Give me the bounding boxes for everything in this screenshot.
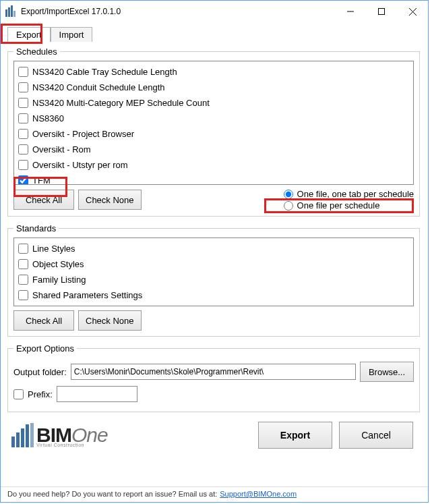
tabstrip: ExportImport (7, 26, 421, 43)
group-export-options: Export Options Output folder: Browse... … (7, 343, 420, 412)
tab-import[interactable]: Import (51, 27, 93, 42)
schedule-item-row[interactable]: NS3420 Multi-Category MEP Schedule Count (18, 95, 409, 111)
standard-item-row[interactable]: Object Styles (18, 256, 409, 272)
group-schedules: Schedules NS3420 Cable Tray Schedule Len… (7, 47, 420, 217)
schedule-item-row[interactable]: Oversikt - Utstyr per rom (18, 157, 409, 173)
schedule-item-label: TFM (32, 175, 51, 185)
standard-item-label: Line Styles (32, 244, 75, 254)
titlebar: Export/ImportExcel 17.0.1.0 (1, 1, 428, 22)
schedule-item-checkbox[interactable] (18, 67, 28, 77)
schedule-item-label: NS3420 Conduit Schedule Length (32, 82, 165, 92)
group-export-options-legend: Export Options (13, 343, 77, 354)
radio-one-file-one-tab[interactable]: One file, one tab per schedule (284, 189, 414, 199)
prefix-input[interactable] (57, 386, 137, 402)
helpbar: Do you need help? Do you want to report … (1, 486, 428, 502)
group-schedules-legend: Schedules (13, 47, 60, 57)
standard-item-checkbox[interactable] (18, 259, 28, 269)
footer-bar: BIMOne Virtual Construction Export Cance… (6, 415, 421, 455)
schedule-item-label: Oversikt - Project Browser (32, 129, 134, 139)
listbox-schedules[interactable]: NS3420 Cable Tray Schedule LengthNS3420 … (13, 61, 414, 185)
prefix-label: Prefix: (28, 389, 53, 399)
schedule-item-checkbox[interactable] (18, 82, 28, 92)
minimize-button[interactable] (335, 1, 366, 22)
schedule-item-checkbox[interactable] (18, 129, 28, 139)
schedule-item-label: NS3420 Multi-Category MEP Schedule Count (32, 98, 210, 108)
schedule-item-label: Oversikt - Rom (32, 144, 91, 155)
schedule-item-checkbox[interactable] (18, 98, 28, 108)
radio-one-file-per-schedule[interactable]: One file per schedule (284, 200, 414, 211)
svg-rect-2 (11, 5, 13, 17)
schedule-item-label: Oversikt - Utstyr per rom (32, 160, 128, 170)
svg-rect-5 (379, 9, 385, 15)
schedule-item-row[interactable]: Oversikt - Rom (18, 142, 409, 157)
prefix-checkbox[interactable] (13, 389, 24, 399)
group-standards-legend: Standards (13, 223, 59, 233)
svg-rect-3 (13, 11, 16, 17)
schedule-item-checkbox[interactable] (18, 144, 28, 155)
window-title: Export/ImportExcel 17.0.1.0 (21, 7, 335, 16)
cancel-button[interactable]: Cancel (339, 422, 413, 449)
helpbar-text: Do you need help? Do you want to report … (7, 490, 217, 498)
schedule-item-row[interactable]: NS8360 (18, 111, 409, 126)
group-standards: Standards Line StylesObject StylesFamily… (7, 223, 420, 337)
schedule-item-row[interactable]: TFM (18, 173, 409, 185)
browse-button[interactable]: Browse... (360, 362, 414, 382)
schedule-item-checkbox[interactable] (18, 175, 28, 185)
tab-export[interactable]: Export (7, 27, 51, 42)
standard-item-label: Shared Parameters Settings (32, 290, 142, 300)
schedules-check-none-button[interactable]: Check None (78, 190, 142, 210)
standard-item-checkbox[interactable] (18, 290, 28, 300)
standard-item-row[interactable]: Shared Parameters Settings (18, 287, 409, 303)
output-folder-label: Output folder: (13, 367, 67, 377)
standards-check-all-button[interactable]: Check All (13, 310, 74, 331)
schedule-item-row[interactable]: Oversikt - Project Browser (18, 126, 409, 142)
schedule-item-label: NS3420 Cable Tray Schedule Length (32, 67, 177, 77)
svg-rect-0 (5, 9, 7, 17)
schedules-check-all-button[interactable]: Check All (13, 190, 74, 210)
close-button[interactable] (397, 1, 428, 22)
standard-item-label: Family Listing (32, 275, 86, 285)
schedule-item-row[interactable]: NS3420 Cable Tray Schedule Length (18, 64, 409, 80)
standard-item-checkbox[interactable] (18, 275, 28, 285)
maximize-button[interactable] (366, 1, 397, 22)
radio-one-file-one-tab-label: One file, one tab per schedule (297, 189, 414, 199)
bimone-logo: BIMOne Virtual Construction (11, 423, 108, 447)
schedule-item-row[interactable]: NS3420 Conduit Schedule Length (18, 80, 409, 95)
standard-item-row[interactable]: Family Listing (18, 272, 409, 287)
standard-item-checkbox[interactable] (18, 244, 28, 254)
window-frame: Export/ImportExcel 17.0.1.0 ExportImport… (0, 0, 429, 503)
app-icon (5, 5, 17, 18)
schedule-item-checkbox[interactable] (18, 160, 28, 170)
standard-item-label: Object Styles (32, 259, 84, 269)
svg-rect-1 (8, 7, 10, 17)
schedule-item-label: NS8360 (32, 113, 64, 123)
helpbar-link[interactable]: Support@BIMOne.com (220, 490, 297, 498)
schedule-item-checkbox[interactable] (18, 113, 28, 123)
standard-item-row[interactable]: Line Styles (18, 241, 409, 256)
listbox-standards[interactable]: Line StylesObject StylesFamily ListingSh… (13, 237, 414, 306)
radio-one-file-per-schedule-label: One file per schedule (297, 200, 380, 211)
output-folder-input[interactable] (71, 364, 356, 380)
standards-check-none-button[interactable]: Check None (78, 310, 142, 331)
export-button[interactable]: Export (258, 422, 332, 449)
